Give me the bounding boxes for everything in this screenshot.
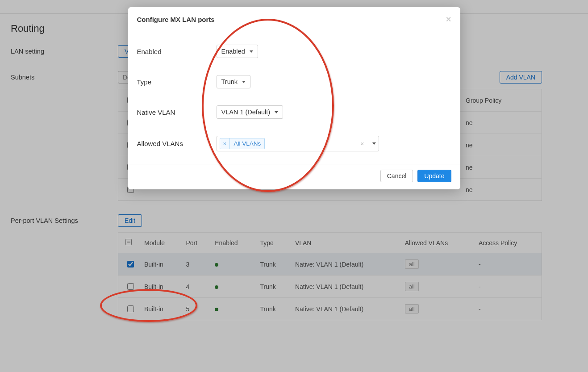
chevron-down-icon[interactable] bbox=[372, 142, 376, 145]
native-vlan-label: Native VLAN bbox=[137, 109, 217, 116]
type-dropdown[interactable]: Trunk bbox=[217, 75, 251, 88]
update-button[interactable]: Update bbox=[417, 170, 451, 182]
chip-label: All VLANs bbox=[230, 138, 264, 149]
allowed-vlans-multiselect[interactable]: × All VLANs × bbox=[217, 136, 379, 151]
clear-all-icon[interactable]: × bbox=[360, 140, 364, 147]
native-vlan-value: VLAN 1 (Default) bbox=[221, 109, 271, 116]
enabled-label: Enabled bbox=[137, 48, 217, 55]
close-icon[interactable]: × bbox=[446, 14, 451, 25]
cancel-button[interactable]: Cancel bbox=[380, 170, 413, 182]
enabled-dropdown[interactable]: Enabled bbox=[217, 45, 258, 58]
enabled-value: Enabled bbox=[221, 48, 245, 55]
allowed-vlan-chip: × All VLANs bbox=[220, 138, 265, 149]
chevron-down-icon bbox=[250, 50, 253, 53]
type-value: Trunk bbox=[221, 78, 238, 85]
allowed-vlans-label: Allowed VLANs bbox=[137, 140, 217, 147]
native-vlan-dropdown[interactable]: VLAN 1 (Default) bbox=[217, 105, 284, 119]
modal-title: Configure MX LAN ports bbox=[137, 16, 215, 23]
configure-ports-modal: Configure MX LAN ports × Enabled Enabled… bbox=[128, 7, 460, 189]
chip-remove-icon[interactable]: × bbox=[220, 138, 230, 149]
type-label: Type bbox=[137, 78, 217, 86]
chevron-down-icon bbox=[242, 81, 246, 83]
chevron-down-icon bbox=[275, 111, 278, 113]
